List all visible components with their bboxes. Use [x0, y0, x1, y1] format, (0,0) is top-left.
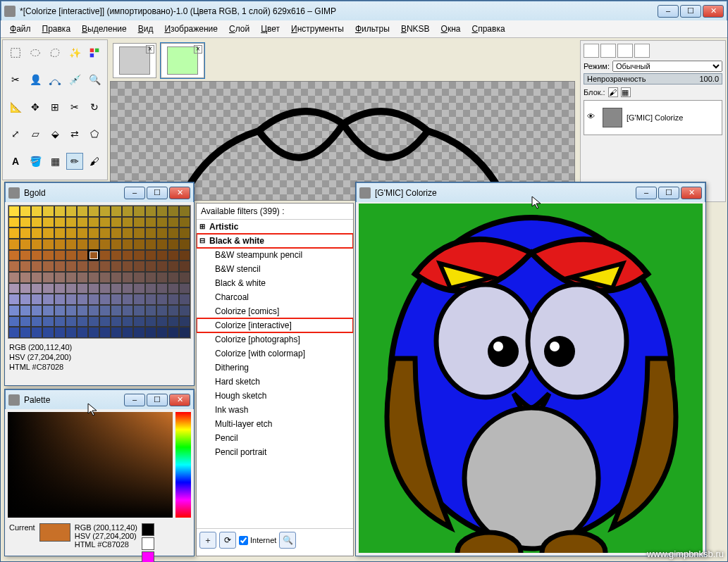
filter-item[interactable]: Charcoal — [197, 290, 353, 304]
category-artistic[interactable]: Artistic — [197, 220, 353, 234]
swatch[interactable] — [77, 327, 88, 338]
tool-by-color[interactable] — [86, 44, 103, 61]
swatch[interactable] — [66, 239, 77, 250]
tool-blend[interactable]: ▦ — [47, 153, 63, 170]
tab-layers[interactable] — [584, 44, 599, 58]
black-swatch[interactable] — [142, 523, 154, 536]
swatch[interactable] — [111, 217, 122, 228]
swatch[interactable] — [8, 283, 20, 294]
minimize-button[interactable]: – — [124, 394, 145, 406]
swatch[interactable] — [111, 283, 122, 294]
menu-color[interactable]: Цвет — [256, 22, 285, 36]
swatch[interactable] — [42, 272, 54, 283]
swatch[interactable] — [179, 239, 190, 250]
swatch[interactable] — [168, 272, 179, 283]
swatch[interactable] — [42, 316, 54, 327]
swatch[interactable] — [99, 227, 111, 239]
tool-cage[interactable]: ⬠ — [86, 125, 103, 142]
swatch[interactable] — [66, 327, 77, 338]
swatch[interactable] — [99, 261, 111, 272]
filter-item[interactable]: Black & white — [197, 276, 353, 290]
swatch[interactable] — [168, 305, 179, 316]
menu-tools[interactable]: Инструменты — [286, 22, 349, 36]
white-swatch[interactable] — [142, 537, 154, 550]
swatch[interactable] — [122, 316, 133, 327]
swatch[interactable] — [31, 206, 42, 217]
swatch[interactable] — [122, 217, 133, 228]
swatch[interactable] — [168, 294, 179, 305]
swatch[interactable] — [179, 283, 190, 294]
close-tab-icon[interactable]: × — [146, 45, 154, 54]
swatch[interactable] — [31, 316, 42, 327]
swatch[interactable] — [66, 272, 77, 283]
swatch[interactable] — [179, 316, 190, 327]
tool-ellipse-select[interactable] — [27, 44, 44, 61]
swatch[interactable] — [145, 239, 156, 250]
menu-edit[interactable]: Правка — [37, 22, 76, 36]
swatch[interactable] — [133, 250, 144, 261]
swatch[interactable] — [20, 217, 31, 228]
swatch[interactable] — [99, 327, 111, 338]
swatch[interactable] — [77, 272, 88, 283]
tool-foreground[interactable]: 👤 — [27, 71, 44, 88]
swatch[interactable] — [156, 261, 168, 272]
filter-item[interactable]: Dithering — [197, 361, 353, 375]
tool-measure[interactable]: 📐 — [7, 99, 24, 115]
swatch[interactable] — [88, 227, 99, 239]
swatch[interactable] — [20, 261, 31, 272]
bgold-titlebar[interactable]: Bgold – ☐ ✕ — [5, 182, 194, 202]
swatch[interactable] — [133, 261, 144, 272]
swatch[interactable] — [156, 217, 168, 228]
swatch[interactable] — [54, 327, 66, 338]
swatch[interactable] — [88, 327, 99, 338]
swatch[interactable] — [156, 294, 168, 305]
gmic-filter-list[interactable]: Artistic Black & white B&W steampunk pen… — [197, 220, 353, 528]
swatch[interactable] — [179, 217, 190, 228]
swatch[interactable] — [42, 261, 54, 272]
swatch[interactable] — [179, 294, 190, 305]
swatch[interactable] — [66, 261, 77, 272]
swatch[interactable] — [111, 250, 122, 261]
swatch[interactable] — [20, 294, 31, 305]
swatch[interactable] — [54, 316, 66, 327]
swatch[interactable] — [31, 227, 42, 239]
swatch[interactable] — [145, 227, 156, 239]
swatch[interactable] — [179, 227, 190, 239]
swatch[interactable] — [88, 239, 99, 250]
tool-rotate[interactable]: ↻ — [86, 99, 103, 115]
swatch[interactable] — [156, 206, 168, 217]
swatch[interactable] — [54, 283, 66, 294]
tool-zoom[interactable]: 🔍 — [86, 71, 103, 88]
swatch[interactable] — [99, 239, 111, 250]
swatch[interactable] — [8, 305, 20, 316]
swatch[interactable] — [31, 283, 42, 294]
swatch[interactable] — [133, 283, 144, 294]
swatch[interactable] — [145, 316, 156, 327]
menu-help[interactable]: Справка — [467, 22, 510, 36]
swatch[interactable] — [111, 227, 122, 239]
lock-paint-icon[interactable]: 🖌 — [608, 87, 618, 97]
swatch[interactable] — [42, 206, 54, 217]
swatch[interactable] — [168, 239, 179, 250]
swatch[interactable] — [168, 316, 179, 327]
swatch[interactable] — [145, 261, 156, 272]
swatch[interactable] — [31, 327, 42, 338]
tool-color-picker[interactable]: 💉 — [66, 71, 83, 88]
tool-move[interactable]: ✥ — [27, 99, 44, 115]
category-black-white[interactable]: Black & white — [197, 234, 353, 248]
sv-picker[interactable] — [8, 412, 173, 518]
swatch[interactable] — [20, 272, 31, 283]
menu-select[interactable]: Выделение — [77, 22, 132, 36]
filter-item[interactable]: B&W stencil — [197, 262, 353, 276]
swatch[interactable] — [122, 305, 133, 316]
filter-item[interactable]: Hough sketch — [197, 389, 353, 403]
filter-colorize-interactive[interactable]: Colorize [interactive] — [197, 318, 353, 332]
magenta-swatch[interactable] — [142, 551, 154, 562]
swatch[interactable] — [8, 327, 20, 338]
palette-titlebar[interactable]: Palette – ☐ ✕ — [5, 389, 194, 409]
swatch[interactable] — [145, 294, 156, 305]
swatch[interactable] — [99, 217, 111, 228]
layer-row[interactable]: 👁 [G'MIC] Colorize — [584, 100, 722, 135]
swatch[interactable] — [179, 272, 190, 283]
tab-undo[interactable] — [634, 44, 650, 58]
